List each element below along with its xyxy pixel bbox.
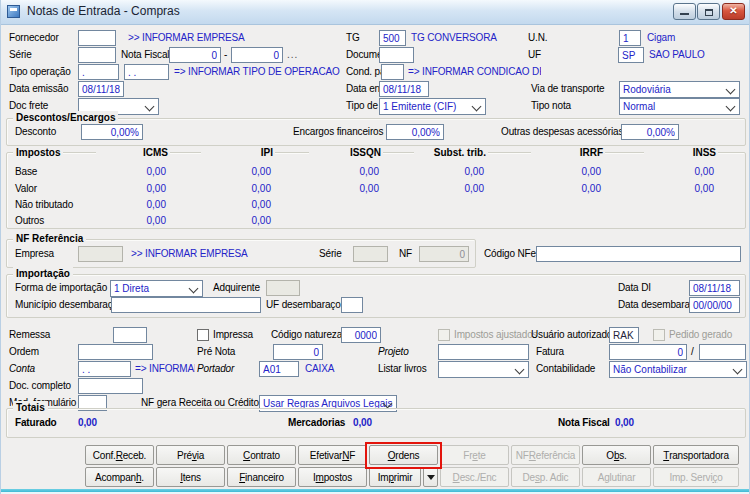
tipo-operacao-input-1[interactable] bbox=[78, 64, 119, 80]
faturado-label: Faturado bbox=[15, 415, 57, 431]
impostos-value: 0,00 bbox=[644, 165, 714, 179]
codigo-natureza-input[interactable] bbox=[341, 327, 381, 343]
impostos-col-ipi: IPI bbox=[201, 146, 275, 159]
button-bar: Conf. Receb. Prévia Contrato Efetivar NF… bbox=[85, 445, 747, 487]
codigo-nfe-input[interactable] bbox=[536, 246, 741, 262]
cond-pag-input[interactable] bbox=[381, 64, 404, 80]
fornecedor-label: Fornecedor bbox=[9, 30, 59, 46]
desconto-label: Desconto bbox=[15, 124, 56, 140]
acompanh-button[interactable]: Acompanh. bbox=[85, 467, 154, 487]
forma-importacao-label: Forma de importação bbox=[15, 280, 107, 296]
documento-input[interactable] bbox=[379, 47, 414, 63]
impressa-label: Impressa bbox=[213, 327, 253, 343]
impostos-row-base-label: Base bbox=[15, 164, 37, 180]
municipio-desembaraco-input[interactable] bbox=[111, 297, 261, 313]
nota-fiscal-label: Nota Fiscal bbox=[121, 47, 169, 63]
obs-button[interactable]: Obs. bbox=[582, 445, 651, 465]
tipo-operacao-input-2[interactable] bbox=[124, 64, 169, 80]
imp-servico-button: Imp. Serviço bbox=[653, 467, 739, 487]
tipo-nota-label: Tipo nota bbox=[531, 98, 571, 114]
imprimir-button[interactable]: Imprimir bbox=[369, 467, 421, 487]
conf-receb-button[interactable]: Conf. Receb. bbox=[85, 445, 154, 465]
financeiro-button[interactable]: Financeiro bbox=[227, 467, 296, 487]
usuario-autorizado-label: Usuário autorizado bbox=[531, 327, 612, 343]
un-input[interactable] bbox=[619, 30, 641, 46]
data-emissao-input[interactable] bbox=[78, 81, 124, 97]
ordem-input[interactable] bbox=[78, 344, 153, 360]
data-di-input[interactable] bbox=[689, 280, 740, 296]
encargos-input[interactable] bbox=[386, 124, 444, 140]
data-emissao-label: Data emissão bbox=[9, 81, 68, 97]
fatura-input[interactable] bbox=[609, 344, 687, 360]
portador-input[interactable] bbox=[259, 361, 299, 377]
uf-desembaraco-input[interactable] bbox=[341, 297, 363, 313]
fornecedor-input[interactable] bbox=[78, 30, 116, 46]
forma-importacao-select[interactable]: 1 Direta bbox=[110, 280, 203, 297]
minimize-button[interactable] bbox=[673, 3, 696, 20]
listar-livros-label: Listar livros bbox=[378, 361, 427, 377]
data-entrada-input[interactable] bbox=[379, 81, 429, 97]
projeto-input[interactable] bbox=[438, 344, 529, 360]
impostos-button[interactable]: Impostos bbox=[298, 467, 367, 487]
outras-despesas-input[interactable] bbox=[621, 124, 679, 140]
ordens-button[interactable]: Ordens bbox=[369, 445, 438, 465]
impostos-value: 0,00 bbox=[531, 182, 601, 196]
titlebar: Notas de Entrada - Compras ✕ bbox=[1, 0, 749, 25]
contabilidade-label: Contabilidade bbox=[536, 361, 595, 377]
fatura-parcela-input[interactable] bbox=[699, 344, 746, 360]
impostos-row-outros-label: Outros bbox=[15, 213, 44, 229]
pre-nota-input[interactable] bbox=[273, 344, 323, 360]
serie-input[interactable] bbox=[78, 47, 116, 63]
contabilidade-select[interactable]: Não Contabilizar bbox=[609, 361, 747, 378]
doc-completo-input[interactable] bbox=[78, 378, 143, 394]
impostos-value: 0,00 bbox=[201, 198, 271, 212]
contrato-button[interactable]: Contrato bbox=[227, 445, 296, 465]
tipo-nota-select[interactable]: Normal bbox=[619, 98, 740, 115]
conta-label: Conta bbox=[9, 361, 35, 377]
app-icon bbox=[7, 5, 20, 18]
via-transporte-select[interactable]: Rodoviária bbox=[619, 81, 740, 98]
transportadora-button[interactable]: Transportadora bbox=[653, 445, 739, 465]
usuario-autorizado-input[interactable] bbox=[609, 327, 639, 343]
mercadorias-value: 0,00 bbox=[353, 415, 372, 431]
tg-input[interactable] bbox=[379, 30, 406, 46]
pre-nota-label: Pré Nota bbox=[197, 344, 235, 360]
conta-input[interactable] bbox=[78, 361, 131, 377]
itens-button[interactable]: Itens bbox=[156, 467, 225, 487]
nfref-empresa-input bbox=[78, 246, 123, 262]
adquirente-label: Adquirente bbox=[213, 280, 260, 296]
desconto-input[interactable] bbox=[81, 124, 143, 140]
tipo-operacao-hint: => INFORMAR TIPO DE OPERACAO bbox=[174, 64, 340, 80]
impostos-value: 0,00 bbox=[96, 214, 166, 228]
efetivar-nf-button[interactable]: Efetivar NF bbox=[298, 445, 367, 465]
nota-fiscal-ate-input[interactable] bbox=[231, 47, 283, 63]
impostos-value: 0,00 bbox=[201, 165, 271, 179]
imprimir-dropdown-button[interactable] bbox=[423, 467, 438, 487]
previa-button[interactable]: Prévia bbox=[156, 445, 225, 465]
impostos-value: 0,00 bbox=[309, 165, 379, 179]
tipo-frete-select[interactable]: 1 Emitente (CIF) bbox=[379, 98, 486, 115]
impostos-value: 0,00 bbox=[201, 214, 271, 228]
chevron-down-icon bbox=[733, 365, 743, 375]
tg-name: TG CONVERSORA bbox=[411, 30, 497, 46]
uf-desembaraco-label: UF desembaraço bbox=[266, 297, 341, 313]
impostos-ajustados-checkbox bbox=[438, 329, 450, 341]
impostos-value: 0,00 bbox=[96, 182, 166, 196]
impostos-row-valor-label: Valor bbox=[15, 181, 37, 197]
portador-label: Portador bbox=[197, 361, 234, 377]
uf-input[interactable] bbox=[618, 47, 644, 63]
chevron-down-icon bbox=[145, 102, 155, 112]
maximize-button[interactable] bbox=[697, 3, 720, 20]
nf-referencia-button: NF Referência bbox=[511, 445, 580, 465]
desc-enc-button: Desc./Enc bbox=[440, 467, 509, 487]
impressa-checkbox[interactable] bbox=[197, 329, 209, 341]
close-button[interactable]: ✕ bbox=[722, 3, 745, 20]
close-icon: ✕ bbox=[723, 5, 744, 16]
data-desembaraco-input[interactable] bbox=[689, 297, 740, 313]
remessa-input[interactable] bbox=[113, 327, 147, 343]
nota-fiscal-de-input[interactable] bbox=[169, 47, 221, 63]
triangle-down-icon bbox=[427, 475, 435, 480]
portador-name: CAIXA bbox=[305, 361, 334, 377]
nota-fiscal-browse-button[interactable]: ... bbox=[287, 47, 298, 63]
listar-livros-select[interactable] bbox=[438, 361, 529, 378]
